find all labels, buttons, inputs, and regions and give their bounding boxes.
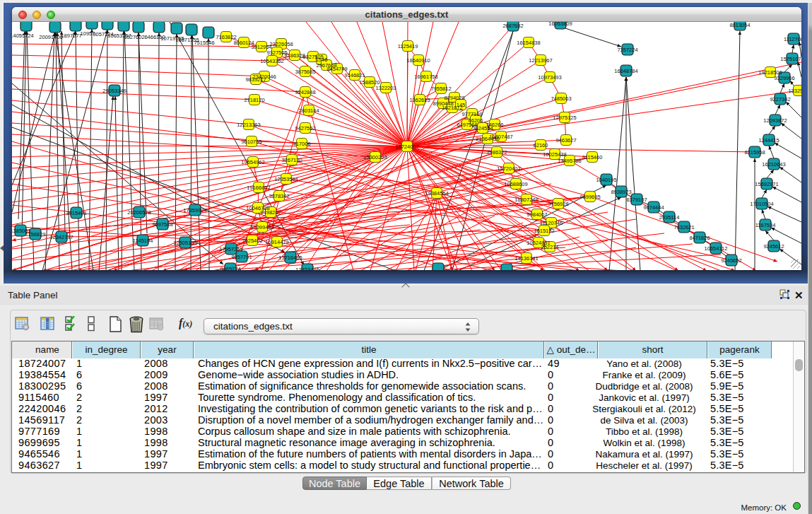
svg-text:10973493: 10973493 bbox=[538, 74, 561, 81]
svg-text:1112708: 1112708 bbox=[784, 36, 801, 42]
svg-text:7632621: 7632621 bbox=[673, 224, 694, 230]
svg-text:1332521: 1332521 bbox=[788, 88, 801, 94]
svg-text:2687682: 2687682 bbox=[502, 23, 523, 29]
svg-text:12505135: 12505135 bbox=[173, 240, 196, 246]
svg-text:16961758: 16961758 bbox=[414, 74, 437, 80]
svg-text:7357224: 7357224 bbox=[617, 47, 637, 53]
svg-text:16053809: 16053809 bbox=[548, 22, 572, 27]
svg-text:1362615: 1362615 bbox=[409, 97, 430, 103]
svg-text:9474444: 9474444 bbox=[643, 204, 664, 211]
svg-text:13716485: 13716485 bbox=[278, 255, 302, 261]
svg-text:9610755: 9610755 bbox=[241, 139, 261, 145]
svg-text:8186328: 8186328 bbox=[284, 52, 305, 59]
svg-text:11120746: 11120746 bbox=[540, 220, 563, 226]
svg-text:9777169: 9777169 bbox=[461, 111, 482, 117]
svg-text:14099483: 14099483 bbox=[250, 224, 273, 230]
svg-text:1167534: 1167534 bbox=[755, 222, 776, 228]
svg-text:23226058: 23226058 bbox=[269, 41, 293, 47]
svg-text:2803144: 2803144 bbox=[298, 107, 319, 114]
svg-text:1640195: 1640195 bbox=[596, 177, 616, 183]
svg-text:62160: 62160 bbox=[534, 142, 548, 148]
svg-text:3915401: 3915401 bbox=[66, 210, 86, 216]
svg-text:7955812: 7955812 bbox=[430, 86, 451, 92]
svg-text:14136141: 14136141 bbox=[514, 255, 538, 262]
svg-text:6379197: 6379197 bbox=[626, 197, 647, 203]
svg-text:9245612: 9245612 bbox=[763, 243, 784, 250]
svg-text:417006: 417006 bbox=[293, 141, 310, 147]
svg-text:17957255: 17957255 bbox=[219, 246, 242, 252]
svg-text:1125419: 1125419 bbox=[398, 43, 418, 49]
svg-text:12353594: 12353594 bbox=[274, 176, 298, 182]
svg-text:2718170: 2718170 bbox=[244, 97, 264, 103]
svg-text:9756928: 9756928 bbox=[548, 201, 568, 207]
svg-text:17359924: 17359924 bbox=[183, 207, 206, 214]
svg-text:25300203: 25300203 bbox=[363, 154, 387, 160]
svg-text:8454749: 8454749 bbox=[326, 66, 347, 72]
svg-text:18807249: 18807249 bbox=[514, 197, 538, 203]
svg-text:9839217: 9839217 bbox=[245, 76, 266, 83]
svg-text:10654112: 10654112 bbox=[705, 245, 728, 252]
svg-text:17010504: 17010504 bbox=[750, 201, 773, 207]
svg-text:9146821: 9146821 bbox=[344, 72, 365, 78]
svg-text:145: 145 bbox=[457, 102, 466, 108]
svg-text:12213967: 12213967 bbox=[529, 57, 552, 64]
svg-text:10543362: 10543362 bbox=[260, 58, 283, 64]
svg-text:8938923: 8938923 bbox=[611, 189, 631, 195]
svg-text:12093872: 12093872 bbox=[763, 117, 787, 124]
svg-text:9242848: 9242848 bbox=[295, 89, 315, 95]
svg-text:7625402: 7625402 bbox=[242, 238, 262, 244]
svg-text:16210643: 16210643 bbox=[762, 161, 785, 168]
svg-text:3878342: 3878342 bbox=[269, 193, 289, 199]
svg-text:20091406: 20091406 bbox=[39, 34, 62, 40]
svg-text:3875685: 3875685 bbox=[295, 69, 315, 75]
svg-text:19654962: 19654962 bbox=[241, 159, 264, 165]
svg-text:18724007: 18724007 bbox=[395, 144, 418, 150]
svg-text:19218506: 19218506 bbox=[758, 69, 782, 76]
svg-text:3267130: 3267130 bbox=[281, 157, 302, 163]
svg-text:29053346: 29053346 bbox=[102, 88, 126, 94]
svg-text:9084067: 9084067 bbox=[526, 211, 547, 218]
svg-text:14055724: 14055724 bbox=[12, 33, 34, 39]
svg-text:19384554: 19384554 bbox=[425, 190, 448, 197]
svg-text:9329966: 9329966 bbox=[774, 75, 794, 81]
svg-text:16914479: 16914479 bbox=[265, 239, 288, 245]
svg-text:20206578: 20206578 bbox=[127, 209, 151, 216]
svg-text:252214: 252214 bbox=[541, 244, 558, 250]
svg-text:13495786: 13495786 bbox=[558, 158, 581, 164]
svg-text:9463627: 9463627 bbox=[555, 137, 576, 144]
svg-text:12342737: 12342737 bbox=[49, 234, 73, 240]
svg-text:9097588: 9097588 bbox=[152, 221, 172, 228]
svg-text:1145194: 1145194 bbox=[133, 238, 153, 244]
svg-text:16154838: 16154838 bbox=[517, 40, 540, 46]
svg-text:12975125: 12975125 bbox=[553, 115, 576, 121]
svg-text:18640910: 18640910 bbox=[406, 57, 430, 64]
svg-text:9465774: 9465774 bbox=[220, 266, 240, 271]
svg-text:19166857: 19166857 bbox=[247, 185, 270, 191]
svg-text:8215958: 8215958 bbox=[744, 149, 765, 156]
svg-text:8813054: 8813054 bbox=[729, 22, 750, 28]
svg-text:15751074: 15751074 bbox=[780, 56, 801, 62]
svg-text:1322203: 1322203 bbox=[375, 85, 396, 91]
svg-text:7485063: 7485063 bbox=[551, 95, 571, 102]
svg-text:15720407: 15720407 bbox=[497, 165, 520, 172]
svg-text:1527602: 1527602 bbox=[124, 34, 144, 40]
svg-text:1897077: 1897077 bbox=[61, 33, 81, 39]
svg-text:2935114: 2935114 bbox=[659, 214, 680, 221]
svg-text:746266: 746266 bbox=[486, 122, 503, 128]
svg-text:10025438: 10025438 bbox=[543, 151, 566, 158]
svg-text:9427552: 9427552 bbox=[295, 125, 315, 132]
svg-text:9245652: 9245652 bbox=[721, 257, 741, 264]
svg-text:1156829: 1156829 bbox=[25, 231, 46, 238]
svg-text:7515546: 7515546 bbox=[194, 40, 214, 46]
svg-text:9115460: 9115460 bbox=[582, 154, 603, 160]
svg-text:12213363: 12213363 bbox=[237, 122, 260, 128]
svg-text:8471626: 8471626 bbox=[689, 235, 710, 241]
svg-text:1244415: 1244415 bbox=[758, 137, 779, 144]
svg-text:9699695: 9699695 bbox=[579, 194, 600, 200]
svg-text:16648784: 16648784 bbox=[614, 68, 637, 74]
svg-text:7986322: 7986322 bbox=[486, 149, 507, 156]
svg-text:1615132: 1615132 bbox=[534, 228, 554, 234]
svg-text:9857791: 9857791 bbox=[231, 254, 252, 260]
svg-text:12323446: 12323446 bbox=[295, 267, 319, 271]
svg-text:9498242: 9498242 bbox=[260, 209, 281, 216]
